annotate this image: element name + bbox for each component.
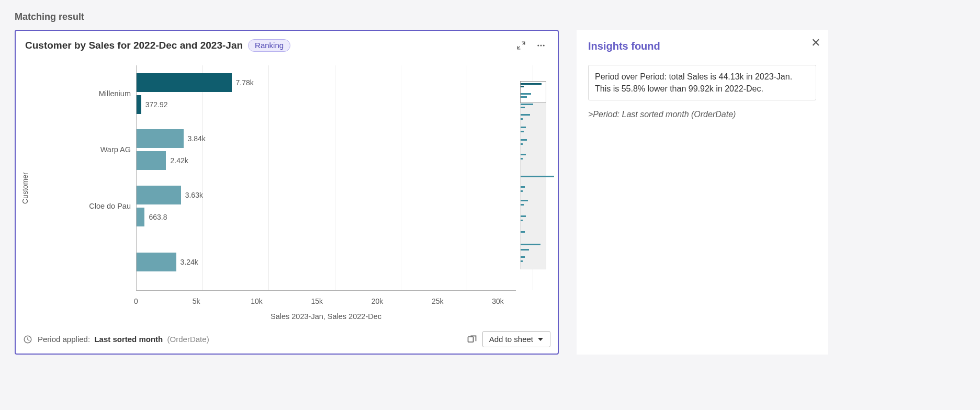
svg-point-2: [543, 45, 545, 47]
y-category-labels: MilleniumWarp AGCloe do Pau: [31, 65, 136, 290]
bar[interactable]: [137, 186, 181, 204]
bar[interactable]: [137, 253, 176, 271]
bar[interactable]: [137, 129, 184, 148]
bar-row: 2.42k: [137, 151, 521, 170]
bar-group: 7.78k372.92: [137, 65, 521, 122]
category-label: [31, 234, 131, 291]
chart-minimap[interactable]: [520, 81, 546, 269]
bar-row: 3.24k: [137, 253, 521, 271]
bar-row: 3.63k: [137, 186, 521, 204]
svg-point-1: [540, 45, 542, 47]
bar-group: 3.63k663.8: [137, 178, 521, 234]
chart-body: Customer MilleniumWarp AGCloe do Pau 7.7…: [16, 53, 558, 326]
bar[interactable]: [137, 208, 144, 226]
bar-row: 7.78k: [137, 73, 521, 92]
bar-row: 663.8: [137, 208, 521, 226]
chart-title: Customer by Sales for 2022-Dec and 2023-…: [25, 40, 243, 51]
more-icon[interactable]: [534, 38, 548, 53]
bar-value-label: 2.42k: [166, 151, 188, 170]
clock-icon: [23, 335, 32, 344]
bar-value-label: 3.24k: [176, 253, 198, 271]
svg-rect-3: [468, 337, 473, 342]
x-tick: 25k: [432, 297, 444, 305]
bar-group: 3.84k2.42k: [137, 122, 521, 178]
x-tick: 20k: [371, 297, 384, 305]
add-to-sheet-button[interactable]: Add to sheet: [482, 331, 550, 347]
x-axis-label: Sales 2023-Jan, Sales 2022-Dec: [136, 311, 516, 324]
bar-value-label: 7.78k: [232, 73, 254, 92]
bar-value-label: 3.84k: [184, 129, 206, 148]
plot-area[interactable]: 7.78k372.923.84k2.42k3.63k663.83.24k: [136, 65, 553, 290]
chart-footer: Period applied: Last sorted month (Order…: [16, 326, 558, 354]
insight-note: >Period: Last sorted month (OrderDate): [588, 110, 816, 119]
insights-title: Insights found: [588, 40, 816, 52]
bar-group: 3.24k: [137, 234, 521, 291]
bar-value-label: 3.63k: [181, 186, 203, 204]
x-tick: 0: [134, 297, 138, 305]
chevron-down-icon: [537, 336, 544, 343]
svg-point-0: [537, 45, 539, 47]
bar[interactable]: [137, 95, 141, 114]
close-icon[interactable]: ✕: [811, 37, 820, 49]
bar-row: 372.92: [137, 95, 521, 114]
category-label: Warp AG: [31, 122, 131, 178]
bar-row: 3.84k: [137, 129, 521, 148]
bar[interactable]: [137, 73, 232, 92]
period-applied-text: Period applied: Last sorted month (Order…: [38, 335, 209, 344]
chart-card: Customer by Sales for 2022-Dec and 2023-…: [15, 30, 559, 355]
x-tick: 15k: [311, 297, 323, 305]
insights-panel: ✕ Insights found Period over Period: tot…: [577, 30, 828, 355]
x-tick: 10k: [251, 297, 263, 305]
y-axis-label: Customer: [21, 65, 31, 290]
category-label: Cloe do Pau: [31, 178, 131, 234]
category-label: Millenium: [31, 65, 131, 122]
x-axis: 05k10k15k20k25k30k: [136, 290, 516, 311]
bar-value-label: 372.92: [141, 95, 168, 114]
chart-header: Customer by Sales for 2022-Dec and 2023-…: [16, 31, 558, 53]
bar-value-label: 663.8: [144, 208, 167, 226]
section-title: Matching result: [15, 12, 965, 22]
ranking-badge: Ranking: [248, 39, 290, 52]
insight-box: Period over Period: total Sales is 44.13…: [588, 65, 816, 100]
x-tick: 5k: [193, 297, 200, 305]
explore-icon[interactable]: [467, 334, 477, 345]
x-tick: 30k: [492, 297, 504, 305]
bar[interactable]: [137, 151, 166, 170]
fullscreen-icon[interactable]: [514, 38, 528, 53]
